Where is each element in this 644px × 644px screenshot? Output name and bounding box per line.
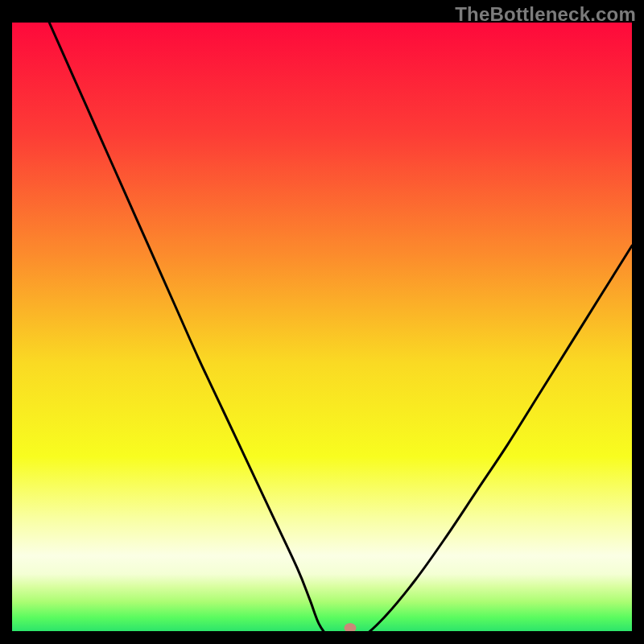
plot-area: [12, 23, 632, 631]
bottleneck-curve: [12, 23, 632, 631]
watermark-text: TheBottleneck.com: [455, 3, 636, 26]
chart-frame: TheBottleneck.com: [0, 0, 644, 644]
optimal-point-marker: [344, 623, 356, 631]
